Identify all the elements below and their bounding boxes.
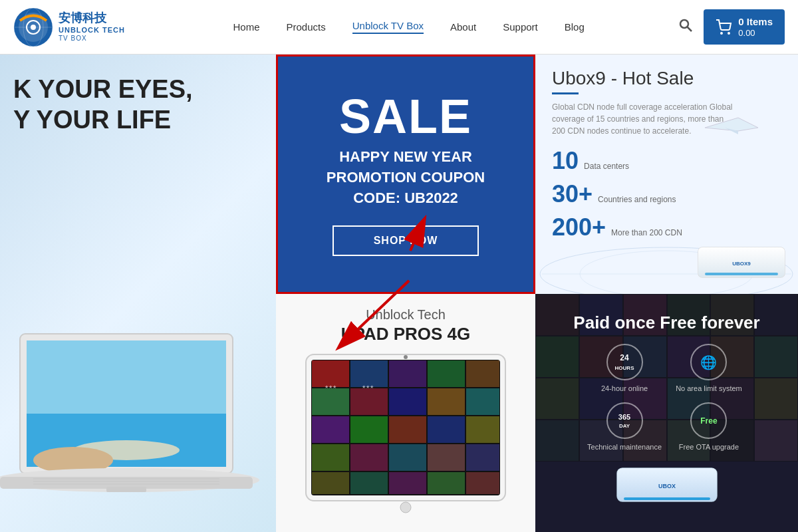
hero-line2: Y YOUR LIFE: [13, 105, 193, 136]
svg-rect-44: [389, 416, 426, 443]
feature-label-365: Technical maintenance: [587, 443, 662, 451]
logo[interactable]: 安博科技 UNBLOCK TECH TV BOX: [13, 7, 140, 47]
cart-items-count: 0 Items: [738, 16, 773, 28]
svg-rect-39: [389, 388, 426, 415]
header-right: 0 Items 0.00: [678, 9, 785, 45]
hero-text: K YOUR EYES, Y YOUR LIFE: [13, 74, 193, 135]
ubox9-divider: [552, 92, 579, 94]
svg-rect-32: [312, 360, 349, 387]
nav-support[interactable]: Support: [503, 21, 538, 33]
feature-label-globe: No area limit system: [676, 384, 742, 392]
search-button[interactable]: [678, 17, 694, 37]
cart-price: 0.00: [738, 28, 773, 39]
search-icon: [678, 17, 694, 33]
svg-rect-28: [705, 273, 778, 275]
cart-text: 0 Items 0.00: [738, 16, 773, 39]
sale-popup: SALE HAPPY NEW YEARPROMOTION COUPONCODE:…: [276, 55, 535, 294]
sale-subtitle: HAPPY NEW YEARPROMOTION COUPONCODE: UB20…: [327, 147, 485, 208]
logo-english: UNBLOCK TECH: [59, 26, 125, 35]
ubox9-stat-datacenters: 10 Data centers: [552, 147, 781, 175]
svg-text:★★★: ★★★: [362, 384, 374, 389]
feature-label-free: Free OTA upgrade: [679, 443, 739, 451]
logo-icon: [13, 7, 53, 47]
ubox9-device-svg: UBOX9: [692, 234, 791, 287]
svg-rect-34: [389, 360, 426, 387]
laptop-svg: [0, 321, 276, 520]
svg-text:UBOX: UBOX: [658, 483, 675, 489]
svg-point-9: [721, 33, 722, 34]
feature-icon-globe: 🌐: [700, 354, 717, 370]
upad-svg: ★★★ ★★★: [293, 351, 519, 531]
svg-rect-40: [428, 388, 465, 415]
nav-about[interactable]: About: [450, 21, 476, 33]
airplane-svg: [705, 114, 758, 141]
svg-line-8: [688, 27, 692, 31]
svg-rect-45: [428, 416, 465, 443]
cart-button[interactable]: 0 Items 0.00: [704, 9, 785, 45]
svg-rect-33: [350, 360, 388, 387]
svg-rect-37: [312, 388, 349, 415]
logo-sub: TV BOX: [59, 35, 125, 43]
svg-rect-46: [466, 416, 499, 443]
svg-point-59: [400, 502, 411, 513]
svg-rect-47: [312, 444, 349, 471]
upad-model: UPAD PROS 4G: [341, 324, 471, 344]
nav-blog[interactable]: Blog: [565, 21, 585, 33]
paid-features-grid: 24HOURS 24-hour online 🌐 No area limit s…: [587, 344, 746, 451]
svg-rect-63: [624, 497, 710, 500]
svg-rect-50: [428, 444, 465, 471]
feature-circle-365: 365DAY: [606, 402, 643, 439]
nav-home[interactable]: Home: [233, 21, 260, 33]
nav-products[interactable]: Products: [287, 21, 326, 33]
svg-rect-22: [106, 487, 146, 492]
svg-point-60: [404, 355, 408, 359]
stat-num-countries: 30+: [552, 180, 593, 208]
svg-point-6: [31, 25, 36, 30]
sale-title: SALE: [339, 92, 472, 140]
paid-device-svg: UBOX: [600, 462, 733, 515]
svg-rect-49: [389, 444, 426, 471]
stat-label-countries: Countries and regions: [598, 195, 676, 204]
stat-label-datacenters: Data centers: [584, 162, 629, 171]
main-nav: Home Products Unblock TV Box About Suppo…: [140, 20, 678, 34]
feature-icon-365: 365DAY: [618, 413, 630, 429]
svg-rect-53: [350, 472, 388, 494]
shop-now-button[interactable]: SHOP NOW: [332, 225, 479, 256]
hero-line1: K YOUR EYES,: [13, 74, 193, 105]
svg-text:★★★: ★★★: [325, 384, 336, 389]
svg-rect-41: [466, 388, 499, 415]
svg-rect-51: [466, 444, 499, 471]
paid-feature-free: Free Free OTA upgrade: [672, 402, 746, 451]
upad-image: ★★★ ★★★: [293, 351, 519, 531]
hero-banner: K YOUR EYES, Y YOUR LIFE: [0, 55, 276, 532]
ubox9-stat-countries: 30+ Countries and regions: [552, 180, 781, 208]
cart-icon: [716, 19, 732, 35]
paid-feature-365: 365DAY Technical maintenance: [587, 402, 662, 451]
feature-icon-free: Free: [700, 416, 717, 426]
stat-num-datacenters: 10: [552, 147, 579, 175]
ubox9-title: Ubox9 - Hot Sale: [552, 68, 781, 89]
svg-rect-55: [428, 472, 465, 494]
ubox9-panel: Ubox9 - Hot Sale Global CDN node full co…: [535, 55, 798, 294]
svg-rect-54: [389, 472, 426, 494]
main-content: K YOUR EYES, Y YOUR LIFE: [0, 55, 798, 532]
svg-rect-43: [350, 416, 388, 443]
paid-feature-24h: 24HOURS 24-hour online: [587, 344, 662, 392]
feature-circle-free: Free: [690, 402, 727, 439]
svg-rect-48: [350, 444, 388, 471]
nav-unblock-tv-box[interactable]: Unblock TV Box: [352, 20, 424, 34]
svg-rect-56: [466, 472, 499, 494]
svg-rect-42: [312, 416, 349, 443]
header: 安博科技 UNBLOCK TECH TV BOX Home Products U…: [0, 0, 798, 55]
logo-chinese: 安博科技: [59, 11, 125, 26]
upad-panel: Unblock Tech UPAD PROS 4G: [276, 294, 535, 532]
logo-text: 安博科技 UNBLOCK TECH TV BOX: [59, 11, 125, 43]
upad-brand: Unblock Tech: [366, 307, 446, 323]
paid-once-panel: Paid once Free forever 24HOURS 24-hour o…: [535, 294, 798, 532]
svg-text:UBOX9: UBOX9: [732, 261, 751, 267]
feature-label-24h: 24-hour online: [601, 384, 648, 392]
svg-point-7: [680, 20, 688, 28]
svg-rect-35: [428, 360, 465, 387]
paid-feature-globe: 🌐 No area limit system: [672, 344, 746, 392]
feature-circle-globe: 🌐: [690, 344, 727, 380]
